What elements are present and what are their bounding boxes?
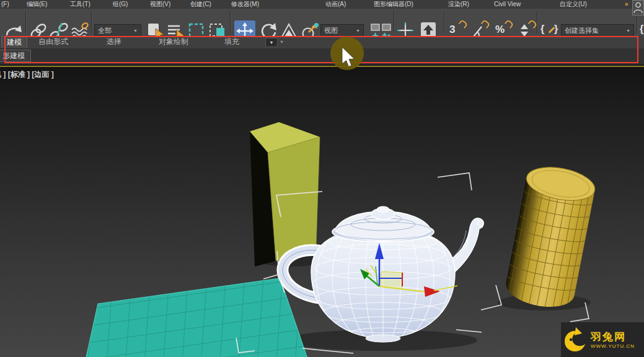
perspective-viewport[interactable]: [透视 ] [标准 ] [边面 ] bbox=[0, 66, 644, 357]
active-viewport-border bbox=[0, 65, 644, 67]
toolbar-separator bbox=[230, 11, 231, 33]
menu-bar: (F) 编辑(E) 工具(T) 组(G) 视图(V) 创建(C) 修改器(M) … bbox=[0, 0, 644, 9]
3dsmax-window: (F) 编辑(E) 工具(T) 组(G) 视图(V) 创建(C) 修改器(M) … bbox=[0, 0, 644, 357]
ribbon: 建模 自由形式 选择 对象绘制 填充 ▼ ▼ 形建模 bbox=[0, 36, 644, 65]
menu-group[interactable]: 组(G) bbox=[113, 0, 128, 9]
magnet-icon bbox=[505, 19, 514, 29]
menu-graph-editors[interactable]: 图形编辑器(D) bbox=[374, 0, 413, 9]
chevron-down-icon: ▼ bbox=[133, 29, 138, 33]
selection-filter-value: 全部 bbox=[98, 26, 112, 35]
named-selection-set-dropdown[interactable]: 创建选择集 ▼ bbox=[561, 24, 634, 37]
cylinder-object[interactable] bbox=[503, 162, 598, 312]
scene-canvas bbox=[0, 66, 644, 357]
reference-coordinate-dropdown[interactable]: 视图 ▼ bbox=[320, 24, 364, 37]
magnet-icon bbox=[459, 19, 469, 29]
chevron-down-icon: ▼ bbox=[356, 29, 360, 33]
snap-3-label: 3 bbox=[449, 24, 455, 36]
menu-edit[interactable]: 编辑(E) bbox=[27, 0, 47, 9]
ribbon-tab-freeform[interactable]: 自由形式 bbox=[38, 37, 68, 47]
ribbon-tab-row: 建模 自由形式 选择 对象绘制 填充 ▼ ▼ bbox=[0, 36, 644, 48]
ribbon-tab-modeling[interactable]: 建模 bbox=[1, 36, 27, 48]
selection-filter-dropdown[interactable]: 全部 ▼ bbox=[94, 24, 141, 37]
yutu-watermark: 羽兔网 WWW.YUTU.CN bbox=[561, 322, 644, 357]
chevron-down-icon[interactable]: ▼ bbox=[280, 40, 284, 44]
plane-object[interactable] bbox=[84, 278, 310, 357]
menu-file[interactable]: (F) bbox=[1, 0, 9, 9]
menu-tools[interactable]: 工具(T) bbox=[70, 0, 90, 9]
person-icon bbox=[633, 1, 643, 15]
menu-civil-view[interactable]: Civil View bbox=[494, 0, 521, 9]
ribbon-tab-populate[interactable]: 填充 bbox=[224, 37, 239, 47]
open-brace-label: { bbox=[540, 24, 544, 35]
ribbon-tab-selection[interactable]: 选择 bbox=[107, 37, 121, 47]
menu-overflow-chevron-icon[interactable]: » bbox=[625, 0, 629, 8]
menu-rendering[interactable]: 渲染(R) bbox=[448, 0, 469, 9]
menu-modifiers[interactable]: 修改器(M) bbox=[231, 0, 259, 9]
rabbit-logo-icon bbox=[561, 325, 588, 355]
menu-customize[interactable]: 自定义(U) bbox=[560, 0, 587, 9]
watermark-title: 羽兔网 bbox=[591, 331, 635, 343]
ribbon-display-dropdown-icon[interactable]: ▼ bbox=[265, 38, 278, 47]
ribbon-tab-object-paint[interactable]: 对象绘制 bbox=[159, 37, 188, 47]
watermark-url: WWW.YUTU.CN bbox=[591, 343, 635, 349]
chevron-down-icon: ▼ bbox=[626, 29, 630, 33]
menu-create[interactable]: 创建(C) bbox=[190, 0, 211, 9]
toolbar-separator bbox=[91, 11, 92, 33]
main-toolbar: 全部 ▼ 视图 ▼ bbox=[0, 9, 644, 37]
mirror-icon-partial[interactable]: { bbox=[640, 24, 643, 35]
menu-views[interactable]: 视图(V) bbox=[150, 0, 170, 9]
toolbar-separator bbox=[394, 11, 395, 33]
percent-label: % bbox=[495, 24, 505, 36]
toolbar-separator bbox=[444, 11, 445, 33]
toolbar-separator bbox=[25, 11, 27, 33]
reference-coordinate-value: 视图 bbox=[324, 26, 338, 35]
toolbar-separator bbox=[537, 11, 538, 33]
menu-animation[interactable]: 动画(A) bbox=[325, 0, 346, 9]
close-brace-label: } bbox=[554, 24, 558, 35]
workspace-user-icon[interactable] bbox=[632, 0, 644, 15]
ribbon-panel-row: 形建模 bbox=[0, 48, 644, 65]
named-selection-set-value: 创建选择集 bbox=[565, 26, 599, 35]
polygon-modeling-panel-tab[interactable]: 形建模 bbox=[0, 50, 31, 62]
